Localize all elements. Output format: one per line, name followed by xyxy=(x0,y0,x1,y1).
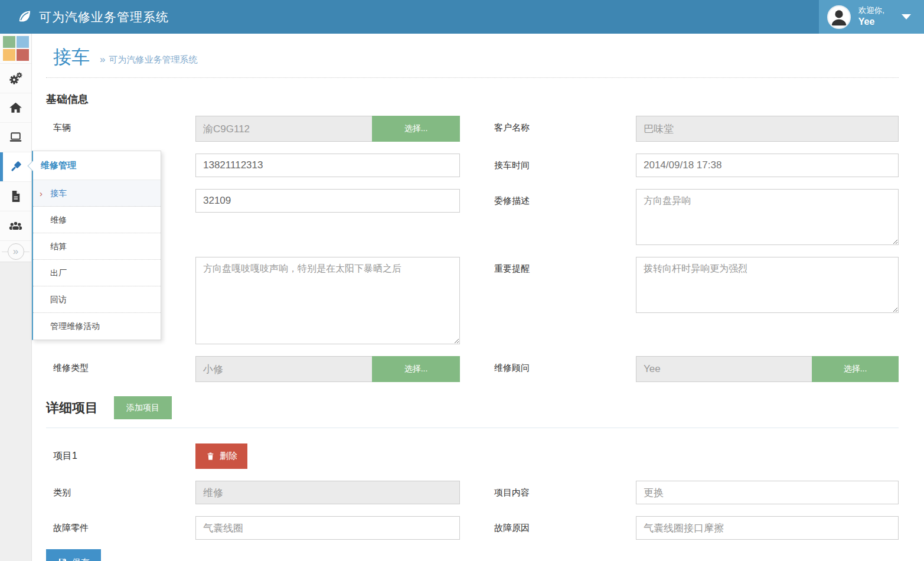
sidebar-item-workstation[interactable] xyxy=(0,122,31,152)
flyout-item-label: 管理维修活动 xyxy=(50,321,100,331)
item-content-input[interactable] xyxy=(636,481,899,504)
save-button[interactable]: 保存 xyxy=(46,549,101,561)
flyout-item-label: 接车 xyxy=(50,188,67,198)
sidebar-item-documents[interactable] xyxy=(0,181,31,211)
double-chevron-icon: » xyxy=(8,243,24,260)
flyout-item-release[interactable]: 出厂 xyxy=(33,260,161,286)
flyout-item-followup[interactable]: 回访 xyxy=(33,286,161,313)
vehicle-input[interactable] xyxy=(195,116,372,142)
breadcrumb-text: 可为汽修业务管理系统 xyxy=(109,54,197,64)
save-button-label: 保存 xyxy=(72,557,90,561)
detail-section-head: 详细项目 添加项目 xyxy=(46,396,899,428)
add-item-button[interactable]: 添加项目 xyxy=(114,396,172,419)
flyout-title[interactable]: 维修管理 xyxy=(33,151,161,180)
customer-field-group xyxy=(636,116,899,142)
item-content-label: 项目内容 xyxy=(460,481,636,498)
home-icon xyxy=(8,100,23,115)
advisor-input[interactable] xyxy=(636,356,812,382)
flyout-item-label: 结算 xyxy=(50,242,67,251)
repair-type-input[interactable] xyxy=(195,356,372,382)
sidebar-item-repair-management[interactable] xyxy=(0,152,31,181)
flyout-item-label: 回访 xyxy=(50,295,67,304)
chevron-down-icon[interactable] xyxy=(902,14,911,19)
gears-icon xyxy=(8,71,23,86)
user-text: 欢迎你, Yee xyxy=(858,5,884,28)
sidebar-fill xyxy=(0,262,31,561)
users-icon xyxy=(8,218,23,233)
customer-name-input[interactable] xyxy=(636,116,899,142)
fault-desc-field-group: 方向盘嘎吱嘎吱声响，特别是在太阳下暴晒之后 xyxy=(195,257,460,344)
basic-info-heading: 基础信息 xyxy=(46,92,899,106)
vehicle-select-button[interactable]: 选择... xyxy=(372,116,460,142)
customer-name-label: 客户名称 xyxy=(460,116,636,133)
item-content-field-group xyxy=(636,481,899,504)
phone-field-group xyxy=(195,154,460,177)
sidebar-item-settings[interactable] xyxy=(0,63,31,93)
repair-desc-textarea[interactable]: 方向盘异响 xyxy=(636,189,899,245)
sidebar-collapse-toggle[interactable]: » xyxy=(0,240,31,262)
flyout-item-receive[interactable]: › 接车 xyxy=(33,180,161,207)
sidebar-item-home[interactable] xyxy=(0,93,31,122)
detail-section-title: 详细项目 xyxy=(46,399,98,417)
document-icon xyxy=(8,189,23,204)
repair-type-label: 维修类型 xyxy=(46,356,195,374)
delete-item-button[interactable]: 删除 xyxy=(195,443,247,469)
fault-desc-textarea[interactable]: 方向盘嘎吱嘎吱声响，特别是在太阳下暴晒之后 xyxy=(195,257,460,344)
page-head: 接车 »可为汽修业务管理系统 xyxy=(46,34,899,78)
advisor-select-button[interactable]: 选择... xyxy=(812,356,899,382)
topbar: 可为汽修业务管理系统 欢迎你, Yee xyxy=(0,0,924,34)
item-title-row: 项目1 删除 xyxy=(46,443,899,469)
breadcrumb-separator: » xyxy=(100,54,105,65)
reminder-field-group: 拨转向杆时异响更为强烈 xyxy=(636,257,899,313)
user-greeting: 欢迎你, xyxy=(858,5,884,16)
form-row: 委修描述 方向盘异响 xyxy=(46,189,899,245)
fault-reason-label: 故障原因 xyxy=(460,516,636,534)
flyout-item-settlement[interactable]: 结算 xyxy=(33,233,161,260)
fault-part-label: 故障零件 xyxy=(46,516,195,534)
person-icon xyxy=(828,6,850,28)
advisor-label: 维修顾问 xyxy=(460,356,636,374)
advisor-field-group: 选择... xyxy=(636,356,899,382)
form-row: 车辆 选择... 客户名称 xyxy=(46,116,899,142)
logo-squares[interactable] xyxy=(0,34,31,63)
sidebar-item-customers[interactable] xyxy=(0,211,31,240)
vehicle-field-group: 选择... xyxy=(195,116,460,142)
fault-part-field-group xyxy=(195,516,460,540)
reminder-label: 重要提醒 xyxy=(460,257,636,275)
flyout-item-label: 维修 xyxy=(50,215,67,224)
phone-input[interactable] xyxy=(195,154,460,177)
mileage-field-group xyxy=(195,189,460,213)
repair-desc-label: 委修描述 xyxy=(460,189,636,207)
receive-time-label: 接车时间 xyxy=(460,154,636,171)
form-row: 故障零件 故障原因 xyxy=(46,516,899,540)
reminder-textarea[interactable]: 拨转向杆时异响更为强烈 xyxy=(636,257,899,313)
mileage-input[interactable] xyxy=(195,189,460,213)
repair-type-select-button[interactable]: 选择... xyxy=(372,356,460,382)
logo-square-red xyxy=(17,49,29,61)
vehicle-label: 车辆 xyxy=(46,116,195,133)
flyout-item-repair[interactable]: 维修 xyxy=(33,207,161,233)
leaf-logo-icon xyxy=(17,9,32,25)
flyout-item-label: 出厂 xyxy=(50,268,67,278)
category-input[interactable] xyxy=(195,481,460,504)
form-row: 维修类型 选择... 维修顾问 选择... xyxy=(46,356,899,382)
delete-button-label: 删除 xyxy=(220,451,237,462)
laptop-icon xyxy=(8,130,23,145)
save-icon xyxy=(57,557,68,561)
repair-management-flyout: 维修管理 › 接车 维修 结算 出厂 回访 管理维修活动 xyxy=(32,151,161,340)
logo-square-orange xyxy=(3,49,15,61)
user-panel[interactable]: 欢迎你, Yee xyxy=(819,0,924,34)
receive-time-input[interactable] xyxy=(636,154,899,177)
flyout-item-manage-activities[interactable]: 管理维修活动 xyxy=(33,313,161,340)
receive-time-field-group xyxy=(636,154,899,177)
sidebar: » xyxy=(0,34,32,561)
logo-square-blue xyxy=(17,36,29,48)
fault-reason-field-group xyxy=(636,516,899,540)
fault-part-input[interactable] xyxy=(195,516,460,540)
fault-reason-input[interactable] xyxy=(636,516,899,540)
form-row: 类别 项目内容 xyxy=(46,481,899,504)
app-brand: 可为汽修业务管理系统 xyxy=(0,9,169,25)
app-title: 可为汽修业务管理系统 xyxy=(39,9,169,25)
repair-desc-field-group: 方向盘异响 xyxy=(636,189,899,245)
avatar xyxy=(827,5,851,29)
